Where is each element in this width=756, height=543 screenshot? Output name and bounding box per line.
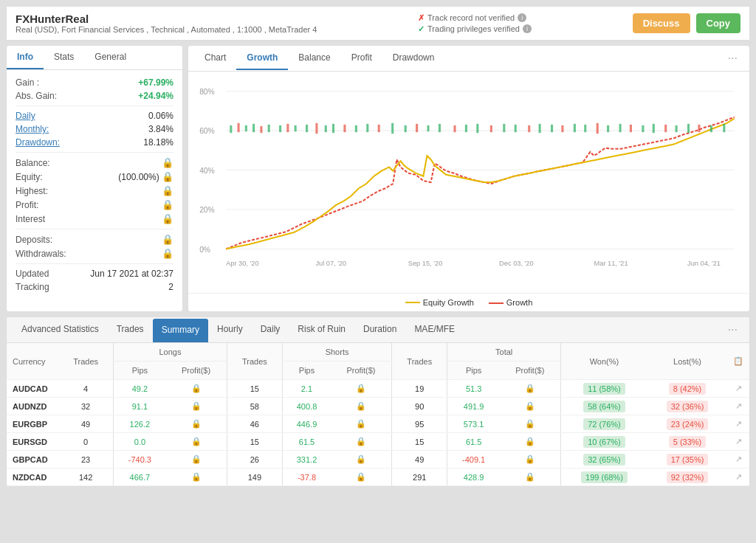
equity-label: Equity: xyxy=(16,172,43,182)
discuss-button[interactable]: Discuss xyxy=(633,13,690,33)
copy-button[interactable]: Copy xyxy=(696,13,741,33)
longs-trades-cell: 23 xyxy=(58,451,114,468)
won-cell: 199 (68%) xyxy=(560,468,647,486)
monthly-label[interactable]: Monthly: xyxy=(16,124,49,134)
tab-profit[interactable]: Profit xyxy=(341,46,382,70)
longs-profit-cell: 🔒 xyxy=(166,468,227,486)
longs-trades-cell: 0 xyxy=(58,433,114,451)
table-row: EURGBP 49 126.2 🔒 46 446.9 🔒 95 573.1 🔒 … xyxy=(7,415,749,433)
svg-rect-26 xyxy=(315,123,317,134)
won-cell: 58 (64%) xyxy=(560,398,647,415)
table-row: NZDCAD 142 466.7 🔒 149 -37.8 🔒 291 428.9… xyxy=(7,468,749,486)
row-chart-icon[interactable]: ↗ xyxy=(727,451,749,468)
col-total-group: Total xyxy=(447,343,560,362)
tab-mae-mfe[interactable]: MAE/MFE xyxy=(405,318,464,342)
daily-label[interactable]: Daily xyxy=(16,111,35,121)
col-currency: Currency xyxy=(7,343,58,380)
tab-stats[interactable]: Stats xyxy=(44,46,84,69)
lock-icon: 🔒 xyxy=(356,401,366,410)
lock-icon: 🔒 xyxy=(356,472,366,481)
svg-text:Dec 03, '20: Dec 03, '20 xyxy=(499,260,534,267)
tab-info[interactable]: Info xyxy=(7,46,44,69)
lock-icon: 🔒 xyxy=(525,437,535,446)
tab-growth[interactable]: Growth xyxy=(236,46,288,70)
tab-risk-of-ruin[interactable]: Risk of Ruin xyxy=(289,318,354,342)
monthly-value: 3.84% xyxy=(148,124,173,134)
check-icon: ✓ xyxy=(418,24,425,34)
tab-balance[interactable]: Balance xyxy=(288,46,340,70)
stats-options-icon[interactable]: ··· xyxy=(722,317,743,342)
tab-duration[interactable]: Duration xyxy=(354,318,405,342)
svg-rect-42 xyxy=(503,124,505,132)
total-pips-cell: 51.3 xyxy=(447,380,500,398)
left-tab-bar: Info Stats General xyxy=(7,46,182,70)
row-chart-icon[interactable]: ↗ xyxy=(727,415,749,433)
lock-icon: 🔒 xyxy=(191,472,202,481)
gain-label: Gain : xyxy=(16,77,39,88)
longs-pips-cell: 49.2 xyxy=(114,380,166,398)
track-record-info-icon[interactable]: i xyxy=(518,13,526,22)
tab-chart[interactable]: Chart xyxy=(194,46,236,70)
svg-text:Jul 07, '20: Jul 07, '20 xyxy=(315,260,346,267)
col-lost: Lost(%) xyxy=(647,343,727,380)
tab-drawdown[interactable]: Drawdown xyxy=(382,46,445,70)
shorts-trades-cell: 15 xyxy=(227,380,282,398)
row-chart-icon[interactable]: ↗ xyxy=(727,398,749,415)
svg-rect-37 xyxy=(439,124,441,132)
tracking-value: 2 xyxy=(168,282,173,292)
col-longs-pips: Pips xyxy=(114,362,166,380)
total-trades-cell: 49 xyxy=(392,451,447,468)
longs-trades-cell: 32 xyxy=(58,398,114,415)
row-chart-icon[interactable]: ↗ xyxy=(727,433,749,451)
svg-rect-34 xyxy=(405,125,407,132)
col-total-trades: Trades xyxy=(392,343,447,380)
tab-advanced-statistics[interactable]: Advanced Statistics xyxy=(13,318,108,342)
table-row: GBPCAD 23 -740.3 🔒 26 331.2 🔒 49 -409.1 … xyxy=(7,451,749,468)
svg-rect-52 xyxy=(619,124,622,132)
currency-cell: AUDNZD xyxy=(7,398,58,415)
svg-rect-17 xyxy=(238,123,240,132)
longs-trades-cell: 49 xyxy=(58,415,114,433)
row-chart-icon[interactable]: ↗ xyxy=(727,468,749,486)
total-trades-cell: 15 xyxy=(392,433,447,451)
lock-icon: 🔒 xyxy=(525,384,535,392)
lock-icon: 🔒 xyxy=(525,401,535,410)
tab-summary[interactable]: Summary xyxy=(153,319,208,342)
equity-value: (100.00%) 🔒 xyxy=(118,171,173,182)
shorts-pips-cell: 446.9 xyxy=(283,415,331,433)
svg-rect-16 xyxy=(230,125,232,133)
tab-trades[interactable]: Trades xyxy=(108,318,153,342)
equity-growth-legend: Equity Growth xyxy=(405,298,474,307)
drawdown-label[interactable]: Drawdown: xyxy=(16,137,60,148)
tab-daily[interactable]: Daily xyxy=(252,318,289,342)
table-row: AUDNZD 32 91.1 🔒 58 400.8 🔒 90 491.9 🔒 5… xyxy=(7,398,749,415)
total-pips-cell: -409.1 xyxy=(447,451,500,468)
svg-rect-21 xyxy=(268,125,270,132)
longs-pips-cell: -740.3 xyxy=(114,451,166,468)
tab-hourly[interactable]: Hourly xyxy=(208,318,252,342)
svg-rect-43 xyxy=(515,125,517,132)
shorts-trades-cell: 149 xyxy=(227,468,282,486)
highest-lock-icon: 🔒 xyxy=(162,185,173,196)
trading-privileges-info-icon[interactable]: i xyxy=(523,24,532,33)
chart-options-icon[interactable]: ··· xyxy=(722,46,743,71)
col-longs-profit: Profit($) xyxy=(166,362,227,380)
highest-label: Highest: xyxy=(16,186,48,196)
tab-general[interactable]: General xyxy=(84,46,137,69)
svg-rect-29 xyxy=(343,125,346,132)
svg-text:60%: 60% xyxy=(199,127,215,135)
stats-table: Currency Trades Longs Trades Shorts Trad… xyxy=(7,343,749,486)
svg-rect-58 xyxy=(687,124,690,133)
shorts-pips-cell: 400.8 xyxy=(283,398,331,415)
account-title: FXHunterReal xyxy=(16,13,317,25)
col-copy-icon[interactable]: 📋 xyxy=(727,343,749,380)
row-chart-icon[interactable]: ↗ xyxy=(727,380,749,398)
won-cell: 72 (76%) xyxy=(560,415,647,433)
svg-rect-30 xyxy=(355,125,357,132)
shorts-trades-cell: 26 xyxy=(227,451,282,468)
daily-value: 0.06% xyxy=(148,111,173,121)
currency-cell: EURSGD xyxy=(7,433,58,451)
won-cell: 10 (67%) xyxy=(560,433,647,451)
equity-lock-icon: 🔒 xyxy=(162,171,173,182)
cross-icon: ✗ xyxy=(418,13,425,23)
